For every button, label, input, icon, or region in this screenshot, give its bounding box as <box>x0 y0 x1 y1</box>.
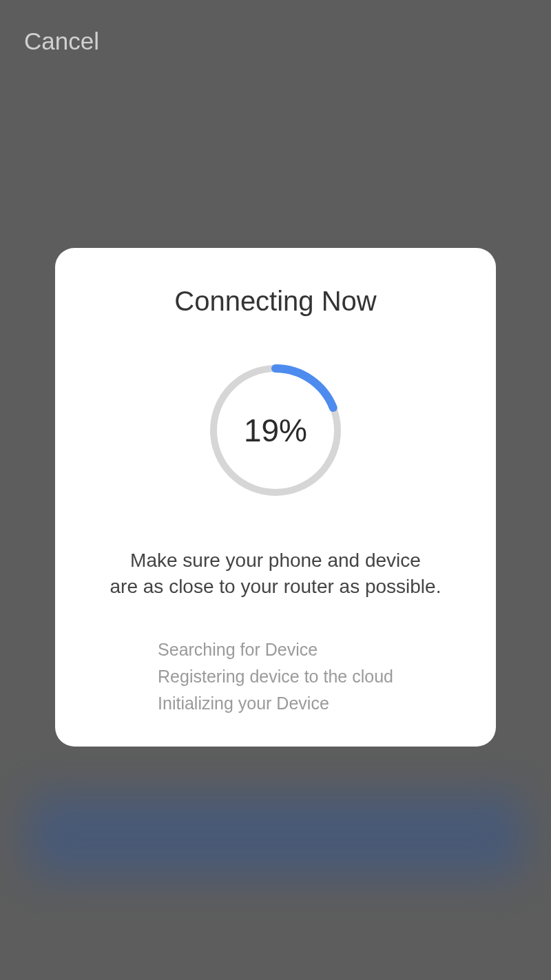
progress-percent-label: 19% <box>244 412 307 449</box>
status-steps-list: Searching for Device Registering device … <box>158 638 393 716</box>
instruction-text: Make sure your phone and device are as c… <box>110 548 441 600</box>
status-step: Initializing your Device <box>158 691 329 716</box>
instruction-line-2: are as close to your router as possible. <box>110 576 441 597</box>
cancel-button[interactable]: Cancel <box>24 28 99 55</box>
connecting-modal: Connecting Now 19% Make sure your phone … <box>55 248 496 747</box>
status-step: Registering device to the cloud <box>158 665 393 689</box>
instruction-line-1: Make sure your phone and device <box>130 550 421 571</box>
modal-title: Connecting Now <box>174 286 377 317</box>
background-blurred-button <box>28 794 523 877</box>
status-step: Searching for Device <box>158 638 318 662</box>
progress-ring: 19% <box>207 362 344 499</box>
